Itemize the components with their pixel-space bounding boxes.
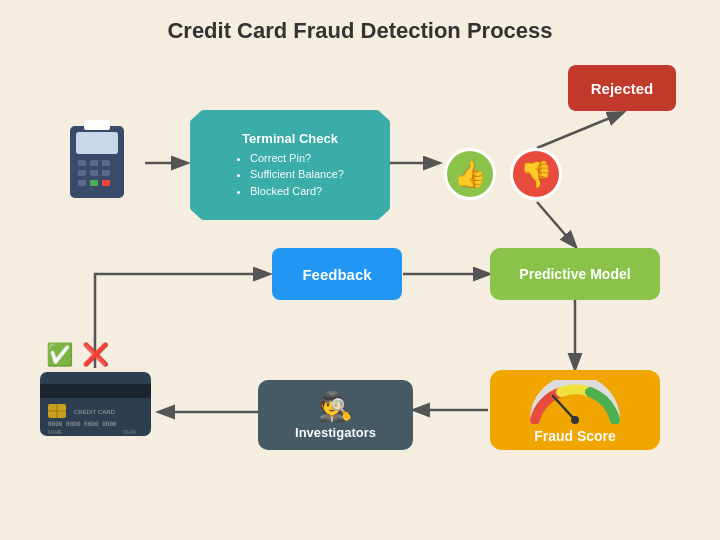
fraud-score-label: Fraud Score xyxy=(534,428,616,444)
svg-text:00-00: 00-00 xyxy=(123,429,136,435)
svg-rect-12 xyxy=(102,160,110,166)
rejected-box: Rejected xyxy=(568,65,676,111)
thumb-down-icon: 👎 xyxy=(510,148,562,200)
terminal-check-list: Correct Pin? Sufficient Balance? Blocked… xyxy=(236,150,344,200)
gauge-svg xyxy=(525,380,625,424)
feedback-box: Feedback xyxy=(272,248,402,300)
svg-rect-9 xyxy=(76,132,118,154)
investigator-icon: 🕵️ xyxy=(318,390,353,423)
svg-rect-16 xyxy=(78,180,86,186)
fraud-score-box: Fraud Score xyxy=(490,370,660,450)
svg-line-20 xyxy=(553,396,575,420)
svg-rect-13 xyxy=(78,170,86,176)
page-title: Credit Card Fraud Detection Process xyxy=(0,0,720,54)
svg-rect-15 xyxy=(102,170,110,176)
thumb-up-icon: 👍 xyxy=(444,148,496,200)
svg-rect-10 xyxy=(78,160,86,166)
credit-card-svg: 0000 0000 0000 0000 NAME 00-00 CREDIT CA… xyxy=(38,370,153,438)
svg-line-3 xyxy=(537,202,575,246)
terminal-check-item-2: Sufficient Balance? xyxy=(250,166,344,183)
svg-text:NAME: NAME xyxy=(48,429,63,435)
svg-rect-11 xyxy=(90,160,98,166)
svg-text:0000 0000 0000 0000: 0000 0000 0000 0000 xyxy=(48,420,117,427)
investigators-box: 🕵️ Investigators xyxy=(258,380,413,450)
predictive-model-label: Predictive Model xyxy=(519,266,630,282)
terminal-check-box: Terminal Check Correct Pin? Sufficient B… xyxy=(190,110,390,220)
svg-rect-14 xyxy=(90,170,98,176)
svg-text:CREDIT CARD: CREDIT CARD xyxy=(74,409,116,415)
check-icon: ✅ xyxy=(46,342,73,368)
svg-rect-23 xyxy=(40,384,151,398)
terminal-check-heading: Terminal Check xyxy=(242,131,338,146)
predictive-model-box: Predictive Model xyxy=(490,248,660,300)
svg-rect-17 xyxy=(90,180,98,186)
x-icon: ❌ xyxy=(82,342,109,368)
svg-line-2 xyxy=(537,113,622,148)
terminal-check-item-3: Blocked Card? xyxy=(250,183,344,200)
terminal-icon xyxy=(52,118,142,208)
credit-card-area: ✅ ❌ 0000 0000 0000 0000 NAME 00-00 CREDI… xyxy=(38,370,153,440)
rejected-label: Rejected xyxy=(591,80,654,97)
svg-rect-19 xyxy=(84,120,110,130)
svg-rect-18 xyxy=(102,180,110,186)
feedback-label: Feedback xyxy=(302,266,371,283)
svg-point-21 xyxy=(571,416,579,424)
investigators-label: Investigators xyxy=(295,425,376,440)
terminal-check-item-1: Correct Pin? xyxy=(250,150,344,167)
